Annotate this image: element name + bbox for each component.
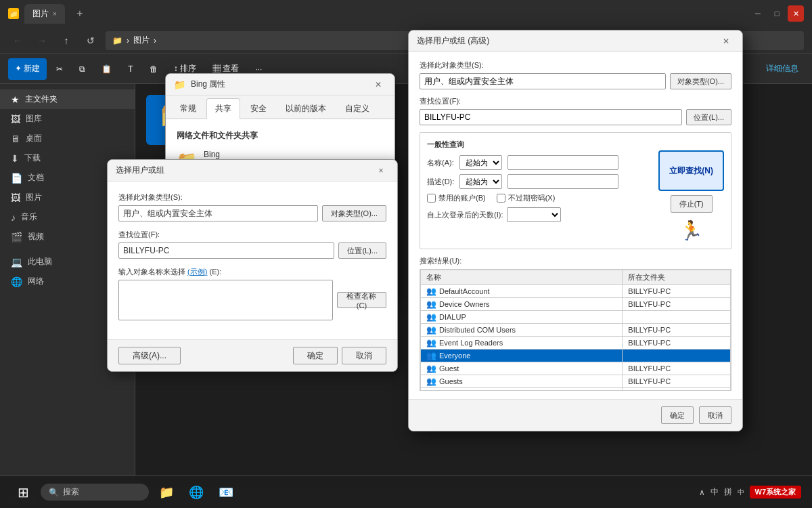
sidebar-item-desktop-label: 桌面 [26,133,42,144]
small-cancel-btn[interactable]: 取消 [342,347,386,364]
example-link[interactable]: (示例) [187,268,207,276]
select-user-small-title: 选择用户或组 [116,165,164,176]
adv-name-value-input[interactable] [508,155,618,170]
adv-ok-btn[interactable]: 确定 [661,406,694,424]
active-tab[interactable]: 图片 × [24,4,65,24]
select-user-small-close-btn[interactable]: × [373,163,389,179]
small-ok-btn[interactable]: 确定 [293,347,338,364]
adv-desc-value-input[interactable] [508,174,618,189]
user-group-icon: 👥 [426,287,436,296]
new-tab-btn[interactable]: + [70,4,89,23]
object-type-input-small[interactable] [118,205,318,221]
results-label: 搜索结果(U): [420,256,731,266]
tab-security[interactable]: 安全 [242,98,275,119]
table-row[interactable]: 👥 Event Log Readers BILLYFU-PC [421,337,731,350]
start-btn[interactable]: ⊞ [11,480,35,505]
watermark: W7系统之家 [750,486,802,499]
small-footer-right: 确定 取消 [293,347,386,364]
adv-common-query-title: 一般性查询 [427,140,650,150]
bing-dialog-title: Bing 属性 [191,79,225,90]
result-folder-cell: BILLYFU-PC [623,285,731,298]
result-name: Device Owners [439,300,490,308]
location-btn-small[interactable]: 位置(L)... [338,242,386,259]
back-btn[interactable]: ← [8,31,27,50]
user-group-icon: 👥 [426,325,436,335]
runner-icon: 🏃 [679,219,703,242]
adv-noexpiry-checkbox[interactable]: 不过期密码(X) [497,193,556,203]
adv-days-select[interactable] [507,207,561,222]
up-btn[interactable]: ↑ [57,31,76,50]
sidebar-item-gallery[interactable]: 🖼 图库 [0,109,135,129]
close-btn[interactable]: ✕ [788,5,804,22]
refresh-btn[interactable]: ↺ [81,31,100,50]
adv-location-btn[interactable]: 位置(L)... [686,109,731,125]
rename-btn[interactable]: T [121,58,139,80]
more-icon: ··· [255,64,262,74]
location-input-small[interactable] [118,242,334,259]
check-names-btn[interactable]: 检查名称(C) [337,292,386,308]
bing-dialog-tabs: 常规 共享 安全 以前的版本 自定义 [166,96,394,119]
tab-general[interactable]: 常规 [171,98,205,119]
tab-general-label: 常规 [180,104,196,113]
table-row[interactable]: 👥 DefaultAccount BILLYFU-PC [421,285,731,298]
title-bar: 📁 图片 × + ─ □ ✕ [0,0,812,27]
adv-cancel-btn[interactable]: 取消 [699,406,731,424]
result-folder-cell: BILLYFU-PC [623,324,731,337]
stop-btn[interactable]: 停止(T) [671,195,713,213]
table-row[interactable]: 👥 Everyone [421,350,731,362]
table-row[interactable]: 👥 Guests BILLYFU-PC [421,375,731,388]
taskbar-mail[interactable]: 📧 [214,480,238,505]
detail-btn[interactable]: 详细信息 [761,63,804,75]
adv-disabled-checkbox[interactable]: 禁用的账户(B) [427,193,486,203]
forward-btn[interactable]: → [32,31,51,50]
taskbar-edge[interactable]: 🌐 [184,480,208,505]
taskbar-explorer[interactable]: 📁 [154,480,179,505]
sidebar-item-desktop[interactable]: 🖥 桌面 [0,129,135,148]
adv-close-btn[interactable]: ✕ [718,33,734,49]
table-row[interactable]: 👥 Hyper-V Administrators BILLYFU-PC [421,388,731,391]
adv-object-type-input[interactable] [420,73,666,89]
noexpiry-checkbox-input[interactable] [497,194,505,203]
tab-share[interactable]: 共享 [206,98,240,119]
copy-btn[interactable]: ⧉ [72,58,92,80]
tray-lang1: 中 [710,486,719,498]
table-row[interactable]: 👥 Guest BILLYFU-PC [421,362,731,375]
taskbar-search[interactable]: 🔍 搜索 [41,484,149,501]
adv-location-input[interactable] [420,109,682,125]
delete-btn[interactable]: 🗑 [143,58,164,80]
search-now-btn[interactable]: 立即查找(N) [658,150,724,191]
cut-icon: ✂ [56,64,63,74]
object-type-btn-small[interactable]: 对象类型(O)... [322,205,386,221]
user-group-icon: 👥 [426,312,436,322]
result-folder-cell [623,311,731,324]
object-name-textarea[interactable] [118,280,333,320]
sidebar-item-downloads-label: 下载 [24,152,41,164]
result-name: Guests [439,377,463,385]
bing-dialog-close-btn[interactable]: ✕ [370,77,386,93]
tab-custom[interactable]: 自定义 [336,98,378,119]
tray-time: 中 [738,488,744,497]
tab-previous[interactable]: 以前的版本 [277,98,335,119]
table-row[interactable]: 👥 Distributed COM Users BILLYFU-PC [421,324,731,337]
result-name-cell: 👥 DefaultAccount [421,285,623,298]
advanced-btn[interactable]: 高级(A)... [118,347,181,364]
table-row[interactable]: 👥 Device Owners BILLYFU-PC [421,298,731,311]
sidebar-item-network-label: 网络 [28,276,44,287]
sidebar-item-music-label: 音乐 [21,211,37,223]
tab-close-btn[interactable]: × [53,10,57,18]
cut-btn[interactable]: ✂ [49,58,70,80]
table-row[interactable]: 👥 DIALUP [421,311,731,324]
select-user-small-content: 选择此对象类型(S): 对象类型(O)... 查找位置(F): 位置(L)...… [108,182,397,339]
adv-desc-dropdown[interactable]: 起始为 [459,174,502,189]
maximize-btn[interactable]: □ [769,5,785,22]
explorer-icon: 📁 [8,8,19,19]
sidebar-item-home[interactable]: ★ 主文件夹 [0,89,135,109]
new-btn[interactable]: ✦ 新建 [8,58,47,80]
disabled-checkbox-input[interactable] [427,194,436,203]
tray-arrows[interactable]: ∧ [699,488,705,497]
adv-object-type-btn[interactable]: 对象类型(O)... [670,73,731,89]
adv-name-dropdown[interactable]: 起始为 [459,155,502,170]
paste-btn[interactable]: 📋 [95,58,118,80]
result-name-cell: 👥 Guest [421,362,623,375]
minimize-btn[interactable]: ─ [750,5,766,22]
